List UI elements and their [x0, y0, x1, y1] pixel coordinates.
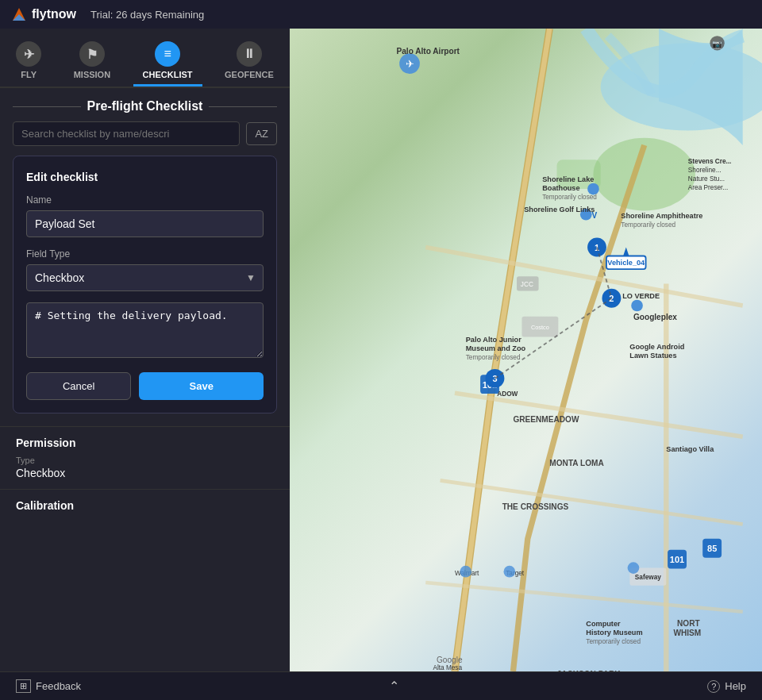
- svg-text:📷: 📷: [712, 39, 722, 49]
- svg-text:Shoreline Golf Links: Shoreline Golf Links: [524, 206, 595, 213]
- calibration-section: Calibration: [0, 489, 290, 528]
- tab-geofence-label: GEOFENCE: [225, 70, 274, 79]
- expand-icon: ⌃: [389, 679, 399, 694]
- field-type-label: Field Type: [26, 248, 264, 260]
- svg-text:Nature Stu...: Nature Stu...: [688, 175, 725, 183]
- svg-text:Googleplex: Googleplex: [633, 313, 677, 321]
- sort-button[interactable]: AZ: [246, 122, 277, 145]
- geofence-icon: ⏸: [237, 41, 262, 67]
- preflight-title: Pre-flight Checklist: [87, 99, 203, 113]
- svg-text:Stevens Cre...: Stevens Cre...: [688, 158, 732, 165]
- preflight-header: Pre-flight Checklist: [0, 88, 290, 121]
- svg-text:Vehicle_04: Vehicle_04: [607, 259, 645, 267]
- map-svg: 101 85 101 ✈ V JCC: [290, 29, 762, 671]
- svg-line-8: [425, 583, 742, 612]
- svg-text:Google: Google: [437, 656, 463, 664]
- svg-text:THE CROSSINGS: THE CROSSINGS: [502, 502, 569, 511]
- name-label: Name: [26, 194, 264, 206]
- help-label: Help: [725, 680, 746, 692]
- cancel-button[interactable]: Cancel: [26, 372, 131, 400]
- svg-text:GREENMEADOW: GREENMEADOW: [513, 415, 579, 424]
- main-layout: ✈ FLY ⚑ MISSION ≡ CHECKLIST ⏸ GEOFENCE P…: [0, 29, 762, 671]
- svg-text:Shoreline Lake: Shoreline Lake: [542, 175, 594, 183]
- svg-text:Santiago Villa: Santiago Villa: [666, 445, 714, 453]
- bottom-bar: ⊞ Feedback ⌃ ? Help: [0, 671, 762, 700]
- svg-text:Palo Alto Junior: Palo Alto Junior: [466, 336, 521, 344]
- svg-text:Temporarily closed: Temporarily closed: [621, 221, 675, 229]
- svg-text:MONTA LOMA: MONTA LOMA: [549, 459, 604, 467]
- svg-text:Lawn Statues: Lawn Statues: [629, 352, 676, 360]
- svg-text:JACKSON PARK: JACKSON PARK: [557, 670, 622, 671]
- sidebar: ✈ FLY ⚑ MISSION ≡ CHECKLIST ⏸ GEOFENCE P…: [0, 29, 290, 671]
- svg-text:History Museum: History Museum: [586, 629, 642, 637]
- name-input[interactable]: [26, 210, 264, 237]
- fly-icon: ✈: [16, 41, 41, 67]
- feedback-area[interactable]: ⊞ Feedback: [16, 679, 81, 693]
- svg-line-5: [425, 248, 742, 306]
- feedback-label: Feedback: [36, 680, 81, 692]
- save-button[interactable]: Save: [139, 372, 264, 400]
- svg-text:Google Android: Google Android: [629, 343, 684, 351]
- expand-button[interactable]: ⌃: [389, 679, 399, 694]
- svg-text:WHISM: WHISM: [673, 629, 701, 637]
- map-placeholder: 101 85 101 ✈ V JCC: [290, 29, 762, 671]
- checklist-icon: ≡: [155, 41, 180, 67]
- svg-line-6: [455, 393, 743, 437]
- svg-text:Palo Alto Airport: Palo Alto Airport: [396, 47, 460, 56]
- svg-text:85: 85: [707, 544, 717, 553]
- svg-text:Temporarily closed: Temporarily closed: [542, 194, 597, 201]
- logo-text: flytnow: [32, 7, 76, 21]
- mission-icon: ⚑: [79, 41, 105, 67]
- svg-point-77: [628, 562, 640, 574]
- svg-text:LO VERDE: LO VERDE: [622, 292, 660, 300]
- edit-checklist-card: Edit checklist Name Field Type Checkbox …: [13, 156, 277, 413]
- svg-text:JCC: JCC: [521, 281, 533, 288]
- search-row: AZ: [0, 121, 290, 156]
- svg-text:NORT: NORT: [677, 619, 700, 628]
- svg-text:Alta Mesa: Alta Mesa: [433, 664, 462, 671]
- trial-badge: Trial: 26 days Remaining: [90, 9, 204, 21]
- description-textarea[interactable]: # Setting the delivery payload.: [26, 302, 264, 358]
- svg-text:Shoreline...: Shoreline...: [688, 167, 722, 174]
- svg-text:Safeway: Safeway: [635, 574, 661, 581]
- tab-checklist-label: CHECKLIST: [143, 70, 193, 79]
- svg-line-7: [441, 480, 743, 524]
- svg-text:Shoreline Amphitheatre: Shoreline Amphitheatre: [621, 212, 702, 220]
- svg-text:Computer: Computer: [586, 620, 621, 628]
- permission-section: Permission Type Checkbox: [0, 426, 290, 489]
- svg-point-75: [460, 566, 471, 578]
- nav-tabs: ✈ FLY ⚑ MISSION ≡ CHECKLIST ⏸ GEOFENCE: [0, 29, 290, 88]
- svg-text:Museum and Zoo: Museum and Zoo: [466, 344, 526, 352]
- calibration-title: Calibration: [16, 499, 274, 512]
- permission-type-label: Type: [16, 456, 274, 465]
- header-line-left: [13, 106, 81, 107]
- tab-fly-label: FLY: [21, 70, 37, 79]
- tab-mission-label: MISSION: [74, 70, 110, 79]
- top-bar: flytnow Trial: 26 days Remaining: [0, 0, 762, 29]
- tab-checklist[interactable]: ≡ CHECKLIST: [133, 37, 202, 87]
- svg-text:ADOW: ADOW: [497, 390, 518, 398]
- field-type-select[interactable]: Checkbox Text Number: [26, 264, 264, 291]
- map-area: 101 85 101 ✈ V JCC: [290, 29, 762, 671]
- permission-type-value: Checkbox: [16, 467, 274, 479]
- tab-geofence[interactable]: ⏸ GEOFENCE: [215, 37, 283, 87]
- svg-text:Costco: Costco: [531, 324, 549, 331]
- help-icon: ?: [707, 680, 720, 693]
- feedback-icon: ⊞: [16, 679, 31, 693]
- tab-fly[interactable]: ✈ FLY: [6, 37, 51, 87]
- header-line-right: [209, 106, 277, 107]
- field-type-wrapper: Checkbox Text Number ▼: [26, 264, 264, 291]
- svg-text:Boathouse: Boathouse: [542, 184, 579, 192]
- help-area[interactable]: ? Help: [707, 680, 746, 693]
- svg-text:Temporarily closed: Temporarily closed: [586, 638, 641, 645]
- flytnow-logo-icon: [10, 5, 29, 24]
- svg-point-76: [503, 566, 515, 578]
- edit-card-title: Edit checklist: [26, 171, 264, 183]
- tab-mission[interactable]: ⚑ MISSION: [64, 37, 120, 87]
- card-actions: Cancel Save: [26, 372, 264, 400]
- svg-text:3: 3: [492, 374, 497, 383]
- svg-text:Area Preser...: Area Preser...: [688, 184, 728, 191]
- search-input[interactable]: [13, 121, 240, 146]
- permission-title: Permission: [16, 437, 274, 449]
- svg-text:✈: ✈: [406, 58, 414, 70]
